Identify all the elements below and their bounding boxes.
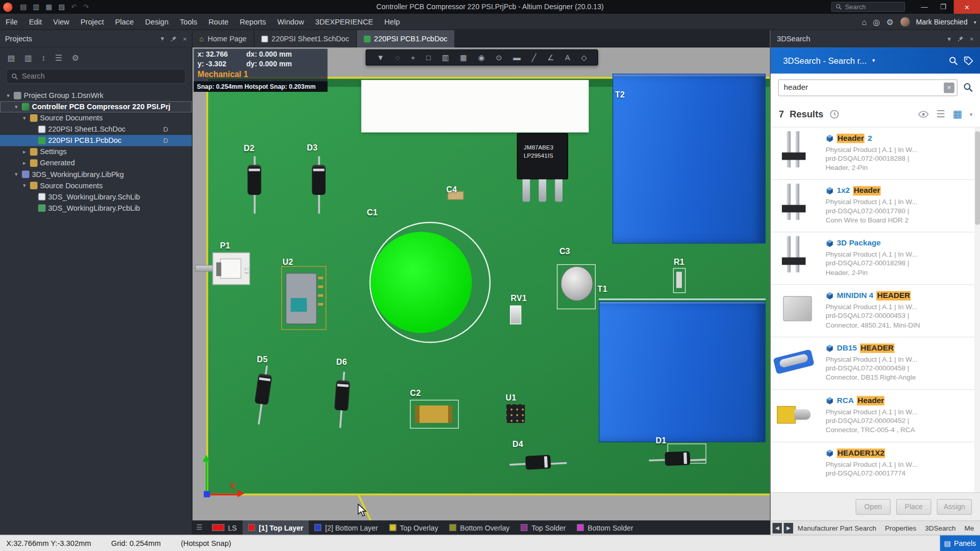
search-result-item[interactable]: Header 2Physical Product | A.1 | In W...… [771,128,974,180]
tag-icon[interactable] [964,56,973,65]
close-button[interactable]: × [954,0,980,14]
tree-item-220psi-pcb1-pcbdoc[interactable]: 220PSI PCB1.PcbDocD [0,135,192,146]
save-project-icon[interactable]: ▤ [8,53,15,62]
menu-reports[interactable]: Reports [234,13,272,30]
result-title[interactable]: MINIDIN 4 HEADER [826,291,974,300]
component-r1-resistor[interactable] [676,272,682,288]
tab-220psi-sheet1-schdoc[interactable]: 220PSI Sheet1.SchDoc [254,30,357,47]
menu-3dexperience[interactable]: 3DEXPERIENCE [310,13,379,30]
search-scope-title[interactable]: 3DSearch - Search r... [783,56,867,65]
layer-tab-top-overlay[interactable]: Top Overlay [383,520,444,535]
panel-tab-manufacturer-part-search[interactable]: Manufacturer Part Search [793,524,880,532]
select-area-icon[interactable]: □ [426,53,431,62]
menu-view[interactable]: View [47,13,75,30]
scope-chevron-icon[interactable]: ▾ [872,58,875,64]
history-clock-icon[interactable] [829,109,839,119]
clear-search-icon[interactable]: × [944,82,954,93]
workspace-sync-icon[interactable]: ◎ [873,17,880,27]
expand-arrow-icon[interactable]: ▸ [21,160,28,166]
tree-item-generated[interactable]: ▸Generated [0,158,192,169]
menu-edit[interactable]: Edit [23,13,47,30]
component-t2-transformer[interactable] [612,73,766,243]
new-document-icon[interactable]: ▤ [20,3,27,11]
component-d2-diode[interactable] [247,156,263,214]
column-icon[interactable]: ▥ [442,53,449,62]
3dsearch-input[interactable] [778,79,957,96]
track-icon[interactable]: ◇ [581,53,587,62]
eye-icon[interactable] [918,110,929,118]
tab-220psi-pcb1-pcbdoc[interactable]: 220PSI PCB1.PcbDoc [357,30,455,47]
projects-search-box[interactable]: Search [6,69,185,84]
search-result-item[interactable]: RCA HeaderPhysical Product | A.1 | In W.… [771,390,974,442]
close-panel-icon[interactable]: × [183,35,187,42]
layer-tab-bottom-overlay[interactable]: Bottom Overlay [444,520,515,535]
layer-menu-icon[interactable]: ☰ [192,523,206,532]
minimize-button[interactable]: — [915,0,934,14]
text-icon[interactable]: A [565,53,570,62]
component-c1-buzzer[interactable] [371,232,472,333]
search-result-item[interactable]: 1x2 HeaderPhysical Product | A.1 | In W.… [771,180,974,233]
assign-button[interactable]: Assign [937,499,972,515]
move-icon[interactable]: + [411,53,415,62]
layer-tab-top-solder[interactable]: Top Solder [515,520,571,535]
sync-icon[interactable]: ↕ [42,53,46,62]
save-icon[interactable]: ▦ [45,3,52,11]
pin-icon[interactable] [170,35,177,41]
tree-item-controller-pcb-compressor-220-psi-prj[interactable]: ▾Controller PCB Compressor 220 PSI.Prj [0,101,192,112]
list-view-icon[interactable]: ☰ [936,108,945,120]
component-c3-capacitor[interactable] [560,266,593,302]
result-title[interactable]: 3D Package [826,239,974,248]
component-t1-transformer[interactable] [599,301,766,442]
undo-icon[interactable]: ↶ [71,3,77,11]
line-icon[interactable]: ╱ [532,53,536,62]
place-button[interactable]: Place [896,499,932,515]
close-panel-icon[interactable]: × [970,35,974,43]
result-title[interactable]: 1x2 Header [826,186,974,195]
band-search-icon[interactable] [949,56,958,65]
tree-item-source-documents[interactable]: ▾Source Documents [0,112,192,123]
redo-icon[interactable]: ↷ [83,3,89,11]
menu-route[interactable]: Route [203,13,234,30]
menu-help[interactable]: Help [379,13,405,30]
tabs-scroll-right-icon[interactable]: ▶ [784,522,793,533]
component-d4-diode[interactable] [509,454,567,473]
layer-tab-bottom-solder[interactable]: Bottom Solder [572,520,639,535]
pcb-3d-view[interactable]: JM87ABE3 LP29541IS [192,47,770,520]
pad-icon[interactable]: ▬ [513,53,521,62]
component-rv1-varistor[interactable] [510,306,521,324]
panel-dropdown-icon[interactable]: ▾ [947,35,951,43]
search-result-item[interactable]: MINIDIN 4 HEADERPhysical Product | A.1 |… [771,285,974,337]
menu-project[interactable]: Project [75,13,110,30]
tree-item-settings[interactable]: ▸Settings [0,146,192,158]
via-icon[interactable]: ⊙ [496,53,502,62]
search-result-item[interactable]: HEADER1X2Physical Product | A.1 | In W..… [771,442,974,492]
user-name[interactable]: Mark Bierschied [916,18,968,26]
lasso-icon[interactable]: ◌ [395,53,400,62]
gear-icon[interactable]: ⚙ [886,17,893,27]
home-icon[interactable]: ⌂ [862,17,867,27]
component-c4-capacitor[interactable] [448,191,464,200]
menu-tools[interactable]: Tools [174,13,203,30]
tabs-scroll-left-icon[interactable]: ◀ [772,522,781,533]
tree-item-3ds-workinglibrary-pcblib[interactable]: 3DS_WorkingLibrary.PcbLib [0,203,192,214]
open-button[interactable]: Open [855,499,891,515]
menu-place[interactable]: Place [110,13,140,30]
expand-arrow-icon[interactable]: ▾ [21,115,28,121]
pin-icon[interactable] [957,36,963,42]
component-p1-connector[interactable] [195,251,250,286]
results-scrollbar[interactable] [974,128,980,492]
tree-item-3ds-workinglibrary-libpkg[interactable]: ▾3DS_WorkingLibrary.LibPkg [0,169,192,180]
panel-tab-properties[interactable]: Properties [880,524,921,532]
global-search-box[interactable]: Search [831,2,905,12]
component-label-paper[interactable] [361,80,589,133]
layer-tab-1-top-layer[interactable]: [1] Top Layer [242,520,309,535]
result-title[interactable]: DB15 HEADER [826,343,974,353]
panels-button[interactable]: ▤ Panels [940,535,980,551]
component-d3-diode[interactable] [311,156,328,214]
search-result-item[interactable]: 3D PackagePhysical Product | A.1 | In W.… [771,233,974,285]
expand-arrow-icon[interactable]: ▾ [13,171,19,178]
expand-arrow-icon[interactable]: ▾ [21,183,28,189]
result-title[interactable]: HEADER1X2 [826,448,974,458]
layer-tab-ls[interactable]: LS [206,520,242,535]
results-chevron-icon[interactable]: ▾ [970,111,973,117]
